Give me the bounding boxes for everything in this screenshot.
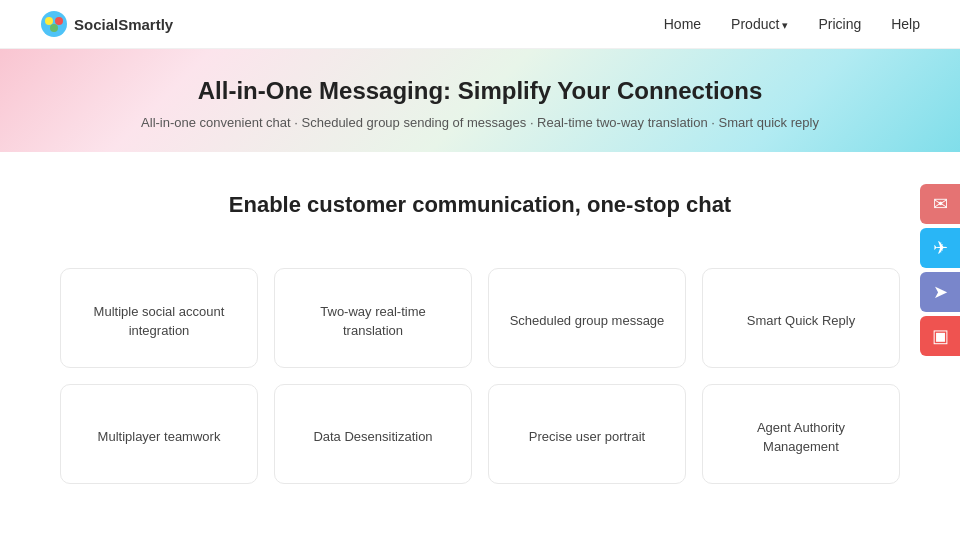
feature-card-1: Multiple social account integration xyxy=(60,268,258,368)
brand-name: SocialSmartly xyxy=(74,16,173,33)
chat-float-btn[interactable]: ▣ xyxy=(920,316,960,356)
hero-subtitle: All-in-one convenient chat · Scheduled g… xyxy=(40,115,920,130)
brand-logo[interactable]: SocialSmartly xyxy=(40,10,173,38)
feature-label-6: Data Desensitization xyxy=(313,427,432,447)
email-icon: ✉ xyxy=(933,193,948,215)
feature-card-3: Scheduled group message xyxy=(488,268,686,368)
feature-label-8: Agent Authority Management xyxy=(719,418,883,457)
feature-label-3: Scheduled group message xyxy=(510,311,665,331)
svg-point-3 xyxy=(50,24,58,32)
features-grid-row2: Multiplayer teamwork Data Desensitizatio… xyxy=(60,384,900,484)
floating-buttons: ✉ ✈ ➤ ▣ xyxy=(920,184,960,356)
feature-label-4: Smart Quick Reply xyxy=(747,311,855,331)
email-float-btn[interactable]: ✉ xyxy=(920,184,960,224)
bottom-section: Less Service Cost, More Customer Satisfa… xyxy=(0,500,960,540)
svg-point-2 xyxy=(55,17,63,25)
nav-links: Home Product Pricing Help xyxy=(664,16,920,32)
chat-icon: ▣ xyxy=(932,325,949,347)
telegram-icon: ✈ xyxy=(933,237,948,259)
nav-home[interactable]: Home xyxy=(664,16,701,32)
features-grid-row1: Multiple social account integration Two-… xyxy=(60,268,900,368)
feature-card-4: Smart Quick Reply xyxy=(702,268,900,368)
feature-label-1: Multiple social account integration xyxy=(77,302,241,341)
features-heading: Enable customer communication, one-stop … xyxy=(60,192,900,218)
telegram-float-btn[interactable]: ✈ xyxy=(920,228,960,268)
feature-card-5: Multiplayer teamwork xyxy=(60,384,258,484)
messenger-icon: ➤ xyxy=(933,281,948,303)
nav-help[interactable]: Help xyxy=(891,16,920,32)
feature-card-7: Precise user portrait xyxy=(488,384,686,484)
feature-card-8: Agent Authority Management xyxy=(702,384,900,484)
navbar: SocialSmartly Home Product Pricing Help xyxy=(0,0,960,49)
nav-product[interactable]: Product xyxy=(731,16,788,32)
svg-point-1 xyxy=(45,17,53,25)
messenger-float-btn[interactable]: ➤ xyxy=(920,272,960,312)
hero-title: All-in-One Messaging: Simplify Your Conn… xyxy=(40,77,920,105)
nav-pricing[interactable]: Pricing xyxy=(818,16,861,32)
feature-label-5: Multiplayer teamwork xyxy=(98,427,221,447)
feature-label-2: Two-way real-time translation xyxy=(291,302,455,341)
hero-banner: All-in-One Messaging: Simplify Your Conn… xyxy=(0,49,960,152)
features-section: Enable customer communication, one-stop … xyxy=(0,152,960,268)
feature-label-7: Precise user portrait xyxy=(529,427,645,447)
feature-card-6: Data Desensitization xyxy=(274,384,472,484)
feature-card-2: Two-way real-time translation xyxy=(274,268,472,368)
